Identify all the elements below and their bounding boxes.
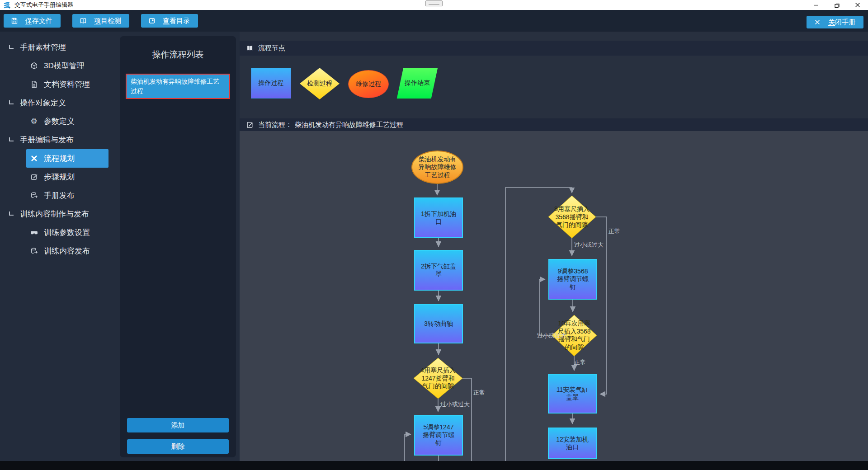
catalog-label: 查看目录 xyxy=(163,17,190,25)
current-flow-name: 柴油机发动有异响故障维修工艺过程 xyxy=(295,121,403,129)
palette-label: 检测过程 xyxy=(307,80,332,88)
view-catalog-button[interactable]: 查看目录 xyxy=(141,14,198,28)
sidebar-group-material[interactable]: 手册素材管理 xyxy=(0,38,116,56)
detect-label: 项目检测 xyxy=(94,17,121,25)
close-x-icon xyxy=(814,19,821,26)
flow-node-3[interactable]: 3转动曲轴 xyxy=(414,304,463,343)
flow-node-12[interactable]: 12安装加机油口 xyxy=(548,428,597,459)
sidebar-item-training-params[interactable]: 训练参数设置 xyxy=(26,223,108,242)
open-book-icon xyxy=(246,44,254,52)
process-list-container: 操作流程列表 柴油机发动有异响故障维修工艺过程 添加 删除 xyxy=(120,36,236,457)
flowchart-canvas[interactable]: 过小或过大 正常 过小或过大 正常 过小或过大 正常 柴油机发动有异响故障维修工… xyxy=(240,131,868,461)
sidebar-item-parameters[interactable]: ⚙ 参数定义 xyxy=(26,112,108,131)
project-detect-button[interactable]: 项目检测 xyxy=(72,14,129,28)
flow-node-11[interactable]: 11安装气缸盖罩 xyxy=(548,374,597,414)
close-manual-button[interactable]: 关闭手册 xyxy=(807,16,863,28)
sidebar-item-label: 训练内容发布 xyxy=(44,246,90,256)
tools-icon xyxy=(30,155,38,163)
edge-label: 正常 xyxy=(574,358,586,367)
process-list-panel: 操作流程列表 柴油机发动有异响故障维修工艺过程 添加 删除 xyxy=(116,32,240,461)
gear-icon: ⚙ xyxy=(30,118,38,126)
close-icon[interactable] xyxy=(847,0,868,10)
vr-goggles-icon xyxy=(30,229,38,237)
window-title: 交互式电子手册编辑器 xyxy=(14,1,73,9)
database-publish-icon xyxy=(30,192,38,200)
close-manual-label: 关闭手册 xyxy=(828,18,855,27)
flow-diamond-4-label: 4用塞尺插入1247摇臂和气门的间隙 xyxy=(419,367,457,390)
main-editor-area: 流程节点 操作过程 检测过程 维修过程 操作结束 当前流程：柴油机发动有异响故障… xyxy=(240,32,868,461)
sidebar-item-process-planning[interactable]: 流程规划 xyxy=(26,149,108,168)
sidebar-group-objects[interactable]: 操作对象定义 xyxy=(0,94,116,112)
minimize-icon[interactable] xyxy=(806,0,826,10)
toolbar: 保存文件 项目检测 查看目录 关闭手册 xyxy=(0,10,868,32)
flow-node-label: 11安装气缸盖罩 xyxy=(553,386,591,402)
edge-label: 正常 xyxy=(473,389,485,397)
sidebar-item-label: 参数定义 xyxy=(44,116,75,127)
collapse-corner-icon xyxy=(9,137,14,141)
sidebar-item-step-planning[interactable]: 步骤规划 xyxy=(26,168,108,186)
flow-node-label: 1拆下加机油口 xyxy=(420,210,458,226)
save-file-button[interactable]: 保存文件 xyxy=(4,14,61,28)
collapse-corner-icon xyxy=(9,45,14,49)
sidebar-item-label: 流程规划 xyxy=(44,153,75,164)
restore-icon[interactable] xyxy=(826,0,847,10)
flow-node-label: 12安装加机油口 xyxy=(553,436,591,451)
clipboard-edit-icon xyxy=(246,121,254,129)
current-flow-prefix: 当前流程： xyxy=(258,121,292,129)
sidebar-item-label: 3D模型管理 xyxy=(44,61,85,71)
flow-nodes-header: 流程节点 xyxy=(240,41,868,56)
palette-end-shape[interactable]: 操作结束 xyxy=(397,68,438,99)
flow-node-label: 9调整3568摇臂调节螺钉 xyxy=(556,268,590,291)
process-list-title: 操作流程列表 xyxy=(120,49,236,61)
flow-node-1[interactable]: 1拆下加机油口 xyxy=(414,197,463,238)
flow-node-label: 5调整1247摇臂调节螺钉 xyxy=(421,423,456,447)
flow-nodes-title: 流程节点 xyxy=(258,44,285,52)
sidebar-group-training[interactable]: 训练内容制作与发布 xyxy=(0,205,116,223)
cube-icon xyxy=(30,62,38,70)
app-logo-icon xyxy=(3,1,11,9)
titlebar: 交互式电子手册编辑器 xyxy=(0,0,868,10)
delete-button[interactable]: 删除 xyxy=(127,439,229,454)
sidebar-group-label: 训练内容制作与发布 xyxy=(20,209,89,219)
palette-process-shape[interactable]: 操作过程 xyxy=(251,68,291,99)
window-grid-icon xyxy=(148,17,156,24)
flow-node-label: 3转动曲轴 xyxy=(420,320,458,328)
add-button[interactable]: 添加 xyxy=(127,418,229,432)
flow-start-node[interactable]: 柴油机发动有异响故障维修工艺过程 xyxy=(411,150,463,184)
sidebar-item-manual-publish[interactable]: 手册发布 xyxy=(26,186,108,205)
edge-label: 过小或过大 xyxy=(574,241,604,249)
flow-node-5[interactable]: 5调整1247摇臂调节螺钉 xyxy=(414,415,463,456)
current-flow-header: 当前流程：柴油机发动有异响故障维修工艺过程 xyxy=(240,118,868,131)
flow-node-9[interactable]: 9调整3568摇臂调节螺钉 xyxy=(548,259,597,300)
save-label: 保存文件 xyxy=(25,17,52,25)
palette-repair-shape[interactable]: 维修过程 xyxy=(348,70,389,98)
sidebar-item-documents[interactable]: 文档资料管理 xyxy=(26,75,108,94)
process-list-item-selected[interactable]: 柴油机发动有异响故障维修工艺过程 xyxy=(126,74,230,99)
sidebar-item-3d-models[interactable]: 3D模型管理 xyxy=(26,56,108,75)
sidebar-group-label: 操作对象定义 xyxy=(20,98,66,108)
save-icon xyxy=(11,17,18,24)
palette-check-shape[interactable]: 检测过程 xyxy=(300,68,340,99)
sidebar-item-label: 手册发布 xyxy=(44,190,75,201)
sidebar-group-label: 手册编辑与发布 xyxy=(20,135,74,145)
drag-handle[interactable] xyxy=(425,0,443,6)
palette-label: 操作结束 xyxy=(405,79,430,87)
sidebar-group-edit-publish[interactable]: 手册编辑与发布 xyxy=(0,131,116,149)
sidebar-nav: 手册素材管理 3D模型管理 文档资料管理 操作对象定义 ⚙ 参数定义 手册编辑与… xyxy=(0,32,116,461)
window-controls xyxy=(806,0,868,10)
sidebar-item-label: 步骤规划 xyxy=(44,172,75,182)
document-icon xyxy=(30,80,38,89)
flow-node-label: 柴油机发动有异响故障维修工艺过程 xyxy=(418,155,457,179)
edge-label: 过小或过大 xyxy=(440,400,470,409)
book-check-icon xyxy=(80,17,87,24)
database-publish-icon xyxy=(30,247,38,255)
edge-label: 正常 xyxy=(609,227,620,235)
bottom-strip xyxy=(0,461,868,470)
flow-node-label: 2拆下气缸盖罩 xyxy=(420,263,458,278)
sidebar-item-training-publish[interactable]: 训练内容发布 xyxy=(26,242,108,260)
flow-node-2[interactable]: 2拆下气缸盖罩 xyxy=(414,250,463,291)
step-edit-icon xyxy=(30,173,38,181)
sidebar-item-label: 训练参数设置 xyxy=(44,227,90,238)
sidebar-group-label: 手册素材管理 xyxy=(20,42,66,52)
sidebar-item-label: 文档资料管理 xyxy=(44,79,90,89)
